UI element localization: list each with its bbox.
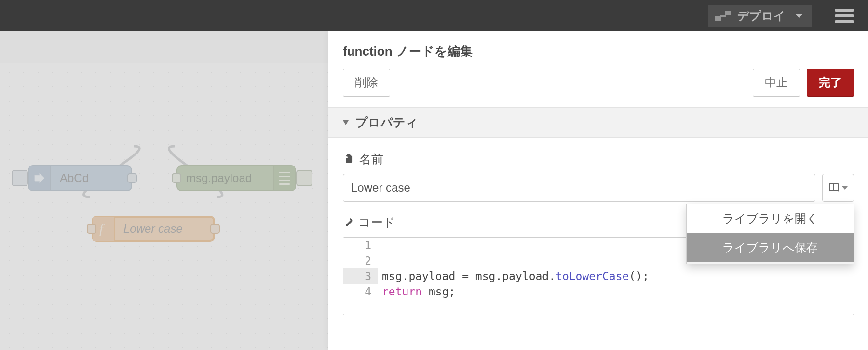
library-menu-button[interactable] (822, 174, 854, 202)
name-field-label: 名前 (343, 151, 854, 167)
inject-node-label: AbCd (51, 166, 131, 190)
chevron-down-icon (795, 14, 803, 18)
done-button[interactable]: 完了 (807, 69, 854, 97)
flow-canvas-wrap: AbCd msg.payload f Lower case (0, 31, 328, 350)
app-header: デプロイ (0, 0, 868, 31)
svg-rect-2 (720, 15, 726, 17)
deploy-button[interactable]: デプロイ (708, 5, 812, 27)
function-output-port[interactable] (210, 224, 220, 234)
svg-point-4 (346, 156, 348, 158)
flow-tabbar[interactable] (0, 31, 328, 64)
main-area: AbCd msg.payload f Lower case (0, 31, 868, 350)
library-open-item[interactable]: ライブラリを開く (687, 204, 854, 233)
node-editor-panel: function ノードを編集 削除 中止 完了 プロパティ 名前 (328, 31, 868, 350)
line-number: 3 (343, 268, 378, 284)
flow-wires (0, 63, 328, 350)
inject-trigger-button[interactable] (12, 170, 28, 186)
delete-button[interactable]: 削除 (343, 69, 390, 97)
chevron-down-icon (343, 120, 349, 125)
line-number: 1 (343, 238, 378, 253)
hamburger-icon (835, 9, 854, 12)
editor-action-bar: 削除 中止 完了 (328, 69, 868, 107)
line-number: 4 (343, 284, 378, 299)
debug-input-port[interactable] (172, 173, 181, 183)
menu-button[interactable] (835, 9, 854, 23)
deploy-label: デプロイ (737, 8, 786, 24)
debug-node-label: msg.payload (177, 166, 273, 190)
code-line-1 (378, 238, 382, 253)
name-field-row: ライブラリを開く ライブラリへ保存 (343, 174, 854, 202)
inject-icon (29, 166, 51, 190)
chevron-down-icon (842, 186, 848, 190)
arrow-right-icon (34, 172, 45, 184)
book-icon (828, 183, 839, 193)
name-input[interactable] (343, 174, 815, 202)
svg-rect-0 (715, 16, 721, 21)
svg-rect-1 (725, 11, 731, 15)
properties-section-toggle[interactable]: プロパティ (328, 107, 868, 138)
editor-title: function ノードを編集 (328, 31, 868, 69)
debug-node[interactable]: msg.payload (176, 165, 296, 191)
debug-icon (273, 166, 295, 190)
line-number: 2 (343, 253, 378, 268)
code-line-4: return msg; (378, 284, 455, 299)
svg-text:f: f (99, 222, 105, 236)
deploy-icon (715, 11, 731, 21)
cancel-button[interactable]: 中止 (753, 69, 800, 97)
function-input-port[interactable] (87, 224, 96, 234)
dropdown-separator (687, 262, 854, 264)
inject-output-port[interactable] (127, 173, 137, 183)
properties-label: プロパティ (355, 114, 418, 130)
library-dropdown: ライブラリを開く ライブラリへ保存 (686, 204, 854, 264)
wrench-icon (343, 217, 353, 228)
library-save-item[interactable]: ライブラリへ保存 (687, 233, 854, 262)
flow-canvas[interactable]: AbCd msg.payload f Lower case (0, 63, 328, 350)
properties-section: 名前 ライブラリを開く ライブラリへ保存 (328, 138, 868, 350)
code-line-2 (378, 253, 382, 268)
inject-node[interactable]: AbCd (28, 165, 132, 191)
code-line-3: msg.payload = msg.payload.toLowerCase(); (378, 268, 649, 284)
function-node[interactable]: f Lower case (92, 216, 215, 242)
debug-toggle-button[interactable] (296, 170, 312, 186)
function-node-label: Lower case (115, 217, 214, 241)
tag-icon (343, 154, 354, 165)
